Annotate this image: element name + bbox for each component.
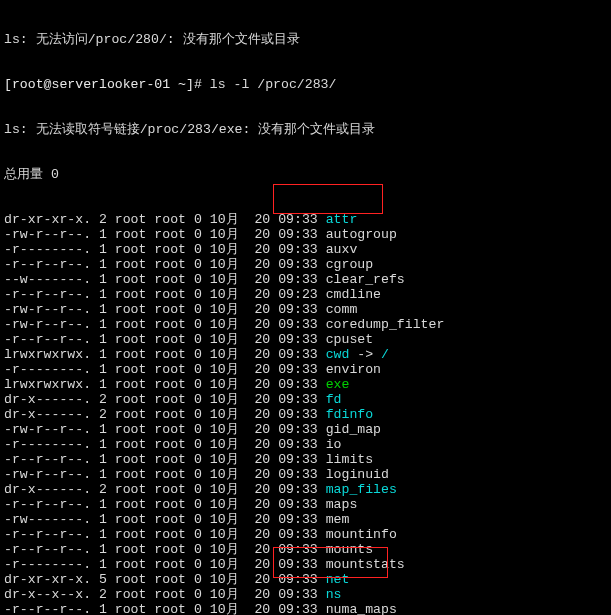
list-item: dr-x------. 2 root root 0 10月 20 09:33 f… xyxy=(4,392,607,407)
file-name: coredump_filter xyxy=(326,317,445,332)
list-item: -r--r--r--. 1 root root 0 10月 20 09:33 m… xyxy=(4,497,607,512)
error-line-2: ls: 无法读取符号链接/proc/283/exe: 没有那个文件或目录 xyxy=(4,122,607,137)
file-name: net xyxy=(326,572,350,587)
error-line: ls: 无法访问/proc/280/: 没有那个文件或目录 xyxy=(4,32,607,47)
list-item: lrwxrwxrwx. 1 root root 0 10月 20 09:33 e… xyxy=(4,377,607,392)
file-name: autogroup xyxy=(326,227,397,242)
file-name: attr xyxy=(326,212,358,227)
list-item: dr-xr-xr-x. 5 root root 0 10月 20 09:33 n… xyxy=(4,572,607,587)
file-meta: --w-------. 1 root root 0 10月 20 09:33 xyxy=(4,272,326,287)
file-name: fd xyxy=(326,392,342,407)
file-name: ns xyxy=(326,587,342,602)
list-item: dr-x------. 2 root root 0 10月 20 09:33 m… xyxy=(4,482,607,497)
symlink-arrow: -> xyxy=(349,347,381,362)
file-meta: -r--------. 1 root root 0 10月 20 09:33 xyxy=(4,242,326,257)
total-line: 总用量 0 xyxy=(4,167,607,182)
file-meta: lrwxrwxrwx. 1 root root 0 10月 20 09:33 xyxy=(4,377,326,392)
file-name: gid_map xyxy=(326,422,381,437)
file-meta: -rw-------. 1 root root 0 10月 20 09:33 xyxy=(4,512,326,527)
file-meta: dr-x------. 2 root root 0 10月 20 09:33 xyxy=(4,482,326,497)
file-name: cwd xyxy=(326,347,350,362)
file-meta: -rw-r--r--. 1 root root 0 10月 20 09:33 xyxy=(4,422,326,437)
file-meta: -rw-r--r--. 1 root root 0 10月 20 09:33 xyxy=(4,302,326,317)
file-meta: dr-x--x--x. 2 root root 0 10月 20 09:33 xyxy=(4,587,326,602)
file-meta: dr-xr-xr-x. 2 root root 0 10月 20 09:33 xyxy=(4,212,326,227)
list-item: lrwxrwxrwx. 1 root root 0 10月 20 09:33 c… xyxy=(4,347,607,362)
file-name: loginuid xyxy=(326,467,389,482)
file-name: mountstats xyxy=(326,557,405,572)
list-item: dr-xr-xr-x. 2 root root 0 10月 20 09:33 a… xyxy=(4,212,607,227)
file-name: auxv xyxy=(326,242,358,257)
list-item: dr-x--x--x. 2 root root 0 10月 20 09:33 n… xyxy=(4,587,607,602)
list-item: -rw-------. 1 root root 0 10月 20 09:33 m… xyxy=(4,512,607,527)
file-name: cgroup xyxy=(326,257,373,272)
list-item: -r--------. 1 root root 0 10月 20 09:33 m… xyxy=(4,557,607,572)
file-meta: lrwxrwxrwx. 1 root root 0 10月 20 09:33 xyxy=(4,347,326,362)
file-meta: -r--r--r--. 1 root root 0 10月 20 09:23 xyxy=(4,287,326,302)
terminal[interactable]: ls: 无法访问/proc/280/: 没有那个文件或目录 [root@serv… xyxy=(0,0,611,615)
list-item: -rw-r--r--. 1 root root 0 10月 20 09:33 c… xyxy=(4,302,607,317)
prompt-line: [root@serverlooker-01 ~]# ls -l /proc/28… xyxy=(4,77,607,92)
list-item: -r--r--r--. 1 root root 0 10月 20 09:33 l… xyxy=(4,452,607,467)
command: ls -l /proc/283/ xyxy=(202,77,337,92)
file-meta: dr-x------. 2 root root 0 10月 20 09:33 xyxy=(4,392,326,407)
list-item: -r--------. 1 root root 0 10月 20 09:33 e… xyxy=(4,362,607,377)
file-name: comm xyxy=(326,302,358,317)
list-item: dr-x------. 2 root root 0 10月 20 09:33 f… xyxy=(4,407,607,422)
file-meta: dr-xr-xr-x. 5 root root 0 10月 20 09:33 xyxy=(4,572,326,587)
file-name: mem xyxy=(326,512,350,527)
prompt: [root@serverlooker-01 ~]# xyxy=(4,77,202,92)
list-item: -r--r--r--. 1 root root 0 10月 20 09:33 c… xyxy=(4,332,607,347)
file-meta: -rw-r--r--. 1 root root 0 10月 20 09:33 xyxy=(4,317,326,332)
file-name: exe xyxy=(326,377,350,392)
file-name: fdinfo xyxy=(326,407,373,422)
file-name: numa_maps xyxy=(326,602,397,615)
list-item: -r--r--r--. 1 root root 0 10月 20 09:33 m… xyxy=(4,527,607,542)
list-item: -r--------. 1 root root 0 10月 20 09:33 a… xyxy=(4,242,607,257)
file-meta: -r--r--r--. 1 root root 0 10月 20 09:33 xyxy=(4,527,326,542)
file-meta: dr-x------. 2 root root 0 10月 20 09:33 xyxy=(4,407,326,422)
file-name: environ xyxy=(326,362,381,377)
file-meta: -r--r--r--. 1 root root 0 10月 20 09:33 xyxy=(4,542,326,557)
file-meta: -r--------. 1 root root 0 10月 20 09:33 xyxy=(4,437,326,452)
file-name: clear_refs xyxy=(326,272,405,287)
file-meta: -r--------. 1 root root 0 10月 20 09:33 xyxy=(4,362,326,377)
symlink-target: / xyxy=(381,347,389,362)
file-listing: dr-xr-xr-x. 2 root root 0 10月 20 09:33 a… xyxy=(4,212,607,615)
file-name: limits xyxy=(326,452,373,467)
list-item: -r--r--r--. 1 root root 0 10月 20 09:33 n… xyxy=(4,602,607,615)
file-meta: -r--r--r--. 1 root root 0 10月 20 09:33 xyxy=(4,452,326,467)
list-item: -r--r--r--. 1 root root 0 10月 20 09:33 c… xyxy=(4,257,607,272)
list-item: -rw-r--r--. 1 root root 0 10月 20 09:33 g… xyxy=(4,422,607,437)
file-name: mounts xyxy=(326,542,373,557)
file-name: mountinfo xyxy=(326,527,397,542)
list-item: -rw-r--r--. 1 root root 0 10月 20 09:33 c… xyxy=(4,317,607,332)
file-name: cmdline xyxy=(326,287,381,302)
file-meta: -r--r--r--. 1 root root 0 10月 20 09:33 xyxy=(4,602,326,615)
list-item: --w-------. 1 root root 0 10月 20 09:33 c… xyxy=(4,272,607,287)
file-meta: -rw-r--r--. 1 root root 0 10月 20 09:33 xyxy=(4,227,326,242)
file-meta: -r--r--r--. 1 root root 0 10月 20 09:33 xyxy=(4,257,326,272)
file-meta: -r--r--r--. 1 root root 0 10月 20 09:33 xyxy=(4,497,326,512)
file-meta: -r--r--r--. 1 root root 0 10月 20 09:33 xyxy=(4,332,326,347)
file-name: io xyxy=(326,437,342,452)
file-meta: -rw-r--r--. 1 root root 0 10月 20 09:33 xyxy=(4,467,326,482)
list-item: -rw-r--r--. 1 root root 0 10月 20 09:33 a… xyxy=(4,227,607,242)
list-item: -r--------. 1 root root 0 10月 20 09:33 i… xyxy=(4,437,607,452)
file-meta: -r--------. 1 root root 0 10月 20 09:33 xyxy=(4,557,326,572)
list-item: -r--r--r--. 1 root root 0 10月 20 09:33 m… xyxy=(4,542,607,557)
file-name: map_files xyxy=(326,482,397,497)
list-item: -r--r--r--. 1 root root 0 10月 20 09:23 c… xyxy=(4,287,607,302)
file-name: cpuset xyxy=(326,332,373,347)
list-item: -rw-r--r--. 1 root root 0 10月 20 09:33 l… xyxy=(4,467,607,482)
file-name: maps xyxy=(326,497,358,512)
